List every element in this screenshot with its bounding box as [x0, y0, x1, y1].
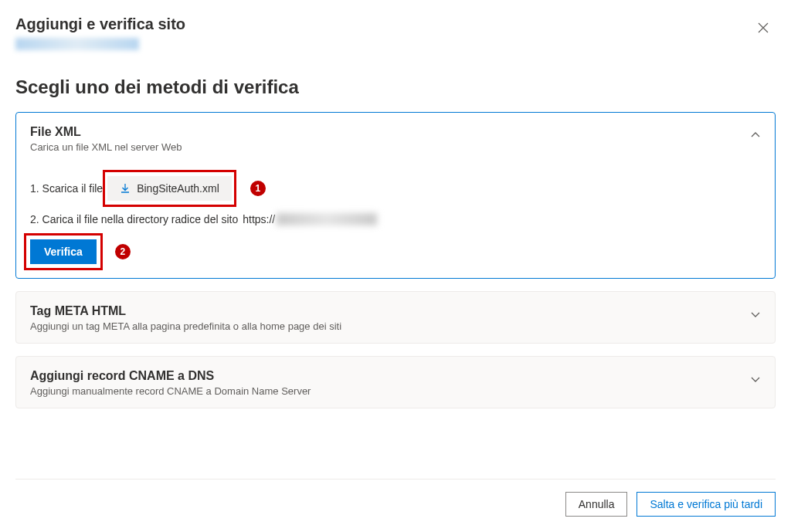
method-xml-title: File XML — [30, 125, 182, 139]
download-xml-button[interactable]: BingSiteAuth.xml — [107, 176, 232, 201]
step1-text: 1. Scarica il file — [30, 182, 103, 195]
annotation-badge-2: 2 — [114, 242, 132, 261]
close-icon — [758, 22, 769, 33]
method-panel-cname: Aggiungi record CNAME a DNS Aggiungi man… — [15, 356, 776, 408]
close-button[interactable] — [751, 15, 776, 40]
page-title: Aggiungi e verifica sito — [15, 15, 185, 33]
chevron-down-icon — [750, 309, 761, 320]
step2-url-blurred — [277, 213, 377, 225]
method-cname-desc: Aggiungi manualmente record CNAME a Doma… — [30, 385, 311, 397]
method-panel-xml: File XML Carica un file XML nel server W… — [15, 112, 776, 279]
annotation-badge-1: 1 — [249, 179, 267, 198]
dialog-footer: Annulla Salta e verifica più tardi — [15, 479, 776, 517]
method-cname-title: Aggiungi record CNAME a DNS — [30, 369, 311, 383]
method-cname-header[interactable]: Aggiungi record CNAME a DNS Aggiungi man… — [16, 357, 775, 408]
method-meta-title: Tag META HTML — [30, 304, 341, 318]
method-meta-desc: Aggiungi un tag META alla pagina predefi… — [30, 320, 341, 332]
download-icon — [120, 183, 131, 194]
chevron-down-icon — [750, 374, 761, 385]
cancel-button[interactable]: Annulla — [565, 492, 628, 517]
download-xml-label: BingSiteAuth.xml — [137, 182, 219, 195]
verify-button[interactable]: Verifica — [30, 239, 97, 264]
method-meta-header[interactable]: Tag META HTML Aggiungi un tag META alla … — [16, 292, 775, 343]
step2-url-prefix: https:// — [243, 213, 275, 225]
step2-text: 2. Carica il file nella directory radice… — [30, 213, 238, 225]
section-title: Scegli uno dei metodi di verifica — [15, 76, 776, 98]
method-xml-header[interactable]: File XML Carica un file XML nel server W… — [16, 113, 775, 164]
chevron-up-icon — [750, 130, 761, 141]
method-xml-desc: Carica un file XML nel server Web — [30, 141, 182, 153]
skip-verify-later-button[interactable]: Salta e verifica più tardi — [637, 492, 776, 517]
site-url-blurred — [15, 38, 139, 50]
method-panel-meta: Tag META HTML Aggiungi un tag META alla … — [15, 291, 776, 344]
